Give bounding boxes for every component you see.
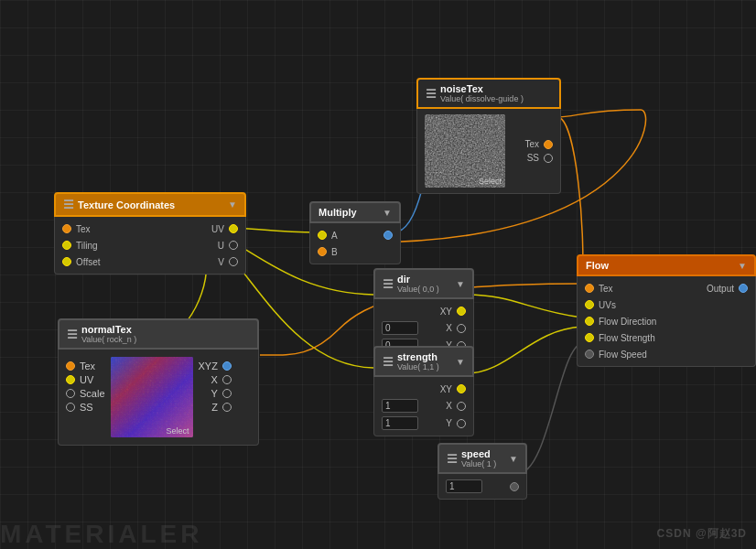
strength-x-row: X — [374, 397, 473, 414]
noise-tex-body: Select Tex SS — [416, 109, 561, 194]
normal-uv-pin-left[interactable] — [66, 375, 75, 384]
flow-uvs-label: UVs — [599, 300, 616, 310]
tiling-pin-left[interactable] — [62, 241, 71, 250]
flow-uvs-pin-left[interactable] — [585, 300, 594, 309]
normal-tex-subtitle: Value( rock_n ) — [81, 335, 250, 344]
normal-tex-body: Tex UV Scale SS — [58, 350, 259, 446]
normal-tex-header[interactable]: ☰ normalTex Value( rock_n ) — [58, 318, 259, 350]
multiply-a-pin-left[interactable] — [318, 231, 327, 240]
multiply-b-pin-left[interactable] — [318, 247, 327, 256]
multiply-b-label: B — [331, 247, 338, 257]
normal-tex-menu-icon[interactable]: ☰ — [67, 328, 78, 341]
noise-tex-pin-right[interactable] — [544, 140, 553, 149]
flow-title: Flow — [586, 260, 734, 271]
uv-pin-right[interactable] — [229, 224, 238, 233]
strength-header[interactable]: ☰ strength Value( 1,1 ) ▼ — [373, 346, 474, 377]
speed-val-pin-right[interactable] — [510, 482, 519, 491]
multiply-a-pin-right[interactable] — [383, 231, 393, 240]
texture-coordinates-dropdown-icon[interactable]: ▼ — [228, 199, 237, 210]
flow-direction-row: Flow Direction — [578, 313, 755, 329]
normal-tex-pin-left[interactable] — [66, 361, 75, 371]
flow-dropdown-icon[interactable]: ▼ — [738, 261, 747, 271]
strength-x-input[interactable] — [382, 399, 418, 413]
flow-tex-pin-left[interactable] — [585, 284, 594, 293]
flow-tex-row: Tex Output — [578, 280, 755, 296]
strength-menu-icon[interactable]: ☰ — [383, 355, 394, 369]
dir-xy-right-label: XY — [440, 307, 452, 317]
multiply-dropdown-icon[interactable]: ▼ — [383, 208, 392, 218]
normal-x-pin-right[interactable] — [222, 375, 232, 384]
speed-body — [437, 474, 527, 500]
v-label: V — [218, 257, 224, 267]
strength-xy-pin-right[interactable] — [457, 384, 466, 393]
multiply-header[interactable]: Multiply ▼ — [309, 201, 401, 223]
speed-menu-icon[interactable]: ☰ — [447, 452, 458, 466]
flow-strength-label: Flow Strength — [599, 333, 655, 343]
noise-tex-label: Tex — [524, 139, 539, 149]
normal-y-pin-right[interactable] — [222, 389, 232, 398]
flow-uvs-row: UVs — [578, 296, 755, 313]
dir-menu-icon[interactable]: ☰ — [383, 277, 394, 291]
v-pin-right[interactable] — [229, 257, 238, 266]
flow-direction-label: Flow Direction — [599, 317, 656, 327]
noise-tex-title: noiseTex — [440, 83, 552, 94]
texture-coordinates-header[interactable]: ☰ Texture Coordinates ▼ — [54, 192, 246, 217]
tex-pin-left[interactable] — [62, 224, 71, 233]
noise-tex-menu-icon[interactable]: ☰ — [426, 87, 437, 101]
normal-xyz-pin-right[interactable] — [222, 361, 232, 371]
normal-tex-label: Tex — [80, 361, 95, 371]
strength-y-pin-right[interactable] — [457, 419, 466, 428]
svg-rect-3 — [111, 357, 193, 437]
flow-header[interactable]: Flow ▼ — [577, 254, 756, 276]
normal-ss-label: SS — [80, 402, 93, 413]
noise-preview-row: Select Tex SS — [417, 113, 560, 189]
dir-xy-row: XY — [374, 303, 473, 319]
offset-pin-left[interactable] — [62, 257, 71, 266]
speed-subtitle: Value( 1 ) — [461, 459, 505, 468]
normal-tex-node: ☰ normalTex Value( rock_n ) Tex UV Scale — [58, 318, 259, 446]
normal-z-label: Z — [211, 402, 218, 413]
dir-x-input[interactable] — [382, 321, 418, 335]
strength-dropdown-icon[interactable]: ▼ — [456, 357, 465, 367]
flow-speed-pin-left[interactable] — [585, 350, 594, 359]
strength-y-input[interactable] — [382, 416, 418, 430]
dir-x-right-label: X — [446, 323, 452, 333]
flow-body: Tex Output UVs Flow Direction Flow Stren… — [577, 276, 756, 367]
normal-z-pin-right[interactable] — [222, 403, 232, 412]
texture-coordinates-menu-icon[interactable]: ☰ — [63, 198, 74, 211]
dir-header[interactable]: ☰ dir Value( 0,0 ) ▼ — [373, 268, 474, 299]
dir-xy-pin-right[interactable] — [457, 307, 466, 316]
normal-ss-pin-left[interactable] — [66, 403, 75, 412]
tiling-row: Tiling U — [55, 237, 245, 253]
strength-body: XY X Y — [373, 377, 474, 436]
flow-node: Flow ▼ Tex Output UVs Flow Direction — [577, 254, 756, 367]
watermark-bg-text: MATERIALER — [0, 520, 202, 549]
strength-x-pin-right[interactable] — [457, 402, 466, 411]
normal-select-label: Select — [167, 426, 189, 436]
multiply-title: Multiply — [319, 207, 379, 218]
speed-title: speed — [461, 448, 505, 459]
normal-scale-pin-left[interactable] — [66, 389, 75, 398]
noise-tex-header[interactable]: ☰ noiseTex Value( dissolve-guide ) — [416, 78, 561, 109]
speed-dropdown-icon[interactable]: ▼ — [509, 454, 518, 464]
uv-label: UV — [211, 224, 224, 234]
noise-ss-pin-right[interactable] — [544, 154, 553, 163]
texture-coordinates-body: Tex UV Tiling U Offset V — [54, 217, 246, 274]
normal-preview-img — [111, 357, 193, 437]
flow-strength-pin-left[interactable] — [585, 333, 594, 342]
flow-direction-pin-left[interactable] — [585, 317, 594, 326]
dir-x-pin-right[interactable] — [457, 324, 466, 333]
speed-header[interactable]: ☰ speed Value( 1 ) ▼ — [437, 443, 527, 474]
flow-strength-row: Flow Strength — [578, 329, 755, 346]
normal-uv-label: UV — [80, 374, 93, 385]
tiling-label: Tiling — [76, 241, 98, 251]
noise-tex-node: ☰ noiseTex Value( dissolve-guide ) Selec… — [416, 78, 561, 194]
u-pin-right[interactable] — [229, 241, 238, 250]
speed-val-row — [438, 478, 526, 495]
dir-dropdown-icon[interactable]: ▼ — [456, 279, 465, 289]
normal-x-label: X — [211, 374, 218, 385]
speed-node: ☰ speed Value( 1 ) ▼ — [437, 443, 527, 500]
speed-val-input[interactable] — [446, 479, 482, 493]
normal-y-label: Y — [211, 388, 218, 399]
flow-output-pin-right[interactable] — [739, 284, 748, 293]
